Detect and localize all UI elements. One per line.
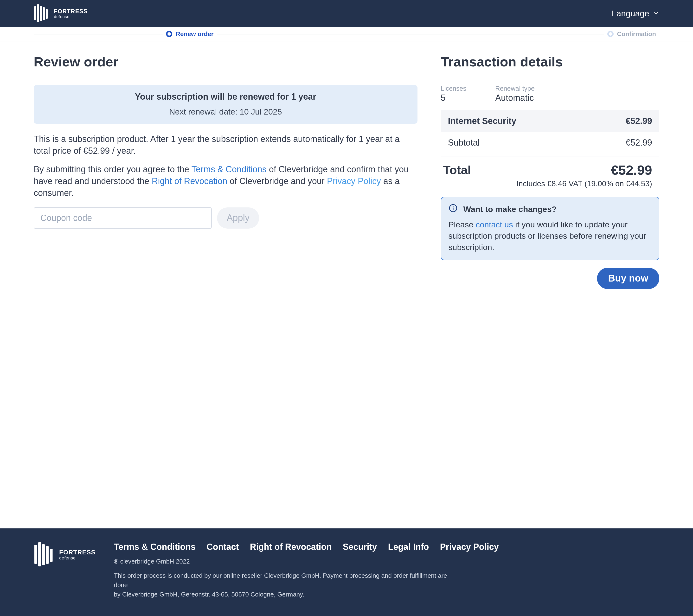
footer-link-privacy[interactable]: Privacy Policy [440,542,499,552]
footer-note-line: This order process is conducted by our o… [114,571,458,590]
svg-rect-11 [46,546,48,564]
svg-rect-2 [40,6,42,21]
banner-line-2: Next renewal date: 10 Jul 2025 [39,107,412,117]
banner-line-1: Your subscription will be renewed for 1 … [39,92,412,102]
svg-rect-8 [34,545,37,564]
header: FORTRESS defense Language [0,0,693,27]
step-confirmation: Confirmation [346,30,659,38]
meta-label: Renewal type [495,85,535,93]
progress-bar: Renew order Confirmation [0,27,693,41]
footer-note: This order process is conducted by our o… [114,571,499,599]
page: FORTRESS defense Language Renew order [0,0,693,616]
footer-brand: FORTRESS defense [34,542,96,568]
svg-rect-4 [46,9,48,19]
vertical-divider [429,41,429,523]
svg-rect-7 [453,206,453,207]
svg-rect-3 [43,7,45,20]
step-indicator-inactive-icon [607,31,614,37]
horizontal-divider [441,156,659,156]
agreement-text: of Cleverbridge and your [230,176,327,186]
total-row: Total €52.99 [441,159,659,178]
agreement-paragraph: By submitting this order you agree to th… [34,164,417,199]
product-name: Internet Security [448,116,516,126]
subtotal-label: Subtotal [448,138,480,148]
agreement-text: By submitting this order you agree to th… [34,164,192,174]
apply-button[interactable]: Apply [217,207,259,228]
meta-licenses: Licenses 5 [441,85,467,103]
brand-logo: FORTRESS defense [34,4,87,23]
footer: FORTRESS defense Terms & Conditions Cont… [0,529,693,616]
privacy-link[interactable]: Privacy Policy [327,176,381,186]
svg-rect-9 [38,542,41,567]
cta-row: Buy now [441,268,659,289]
language-switcher[interactable]: Language [612,9,659,18]
transaction-details-section: Transaction details Licenses 5 Renewal t… [441,41,659,523]
section-title: Transaction details [441,54,659,69]
footer-note-line: by Cleverbridge GmbH, Gereonstr. 43-65, … [114,590,458,599]
subtotal-value: €52.99 [626,138,652,148]
footer-link-terms[interactable]: Terms & Conditions [114,542,195,552]
changes-panel: Want to make changes? Please contact us … [441,197,659,260]
subscription-paragraph: This is a subscription product. After 1 … [34,133,417,157]
line-items: Internet Security €52.99 Subtotal €52.99 [441,110,659,154]
meta-renewal-type: Renewal type Automatic [495,85,535,103]
review-order-section: Review order Your subscription will be r… [34,41,417,523]
changes-head: Want to make changes? [449,203,652,215]
main-content: Review order Your subscription will be r… [0,41,693,529]
svg-rect-6 [453,207,453,210]
svg-rect-12 [50,549,53,562]
renewal-banner: Your subscription will be renewed for 1 … [34,85,417,124]
svg-rect-0 [34,6,36,20]
tax-note: Includes €8.46 VAT (19.00% on €44.53) [441,178,659,188]
terms-link[interactable]: Terms & Conditions [192,164,266,174]
meta-value: Automatic [495,93,535,103]
step-indicator-active-icon [166,31,172,37]
shield-bars-logo-icon [34,4,48,23]
meta-row: Licenses 5 Renewal type Automatic [441,85,659,103]
shield-bars-logo-icon [34,542,54,568]
buy-now-button[interactable]: Buy now [597,268,659,289]
footer-links: Terms & Conditions Contact Right of Revo… [114,542,499,552]
footer-link-security[interactable]: Security [343,542,377,552]
language-label: Language [612,9,649,18]
total-label: Total [443,163,471,177]
svg-rect-10 [42,544,45,565]
step-label: Confirmation [617,30,656,38]
meta-value: 5 [441,93,467,103]
footer-link-legal[interactable]: Legal Info [388,542,429,552]
contact-us-link[interactable]: contact us [476,220,513,229]
brand-name: FORTRESS [59,549,96,555]
page-title: Review order [34,54,417,69]
revocation-link[interactable]: Right of Revocation [152,176,227,186]
step-label: Renew order [176,30,214,38]
product-price: €52.99 [626,116,652,126]
footer-trademark: ® cleverbridge GmbH 2022 [114,558,499,565]
meta-label: Licenses [441,85,467,93]
product-row: Internet Security €52.99 [441,110,659,132]
svg-rect-1 [37,4,39,22]
brand-subtitle: defense [59,556,96,560]
coupon-row: Apply [34,207,417,229]
footer-link-contact[interactable]: Contact [207,542,239,552]
chevron-down-icon [653,9,659,18]
info-icon [449,203,458,215]
brand-subtitle: defense [54,15,87,19]
subtotal-row: Subtotal €52.99 [441,132,659,154]
footer-brand-text: FORTRESS defense [59,549,96,560]
footer-content: Terms & Conditions Contact Right of Revo… [114,542,499,599]
changes-text: Please [449,220,476,229]
changes-title: Want to make changes? [463,204,557,214]
step-renew-order: Renew order [34,30,346,38]
brand-text: FORTRESS defense [54,8,87,19]
changes-body: Please contact us if you would like to u… [449,219,652,253]
brand-name: FORTRESS [54,8,87,14]
coupon-input[interactable] [34,207,212,229]
footer-link-revocation[interactable]: Right of Revocation [250,542,332,552]
total-value: €52.99 [611,162,652,178]
